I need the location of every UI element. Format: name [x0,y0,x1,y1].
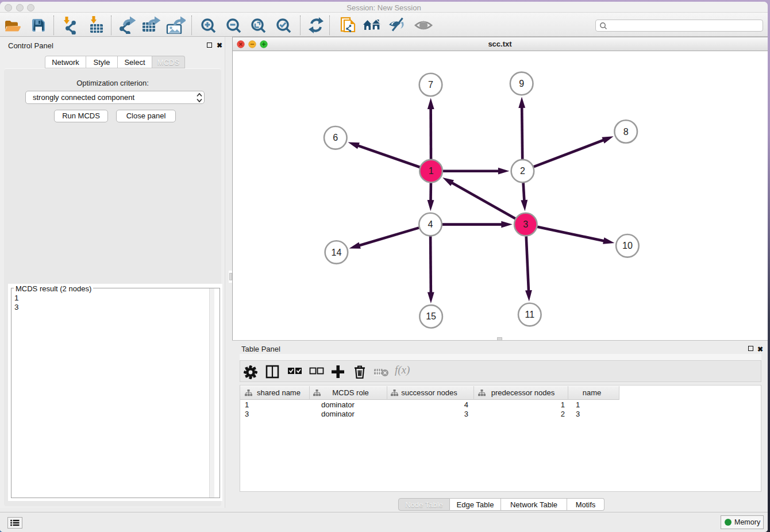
svg-text:2: 2 [520,166,525,176]
svg-text:7: 7 [428,80,433,90]
svg-text:10: 10 [622,241,633,250]
svg-text:11: 11 [525,310,534,319]
svg-text:9: 9 [519,79,524,88]
svg-text:8: 8 [623,127,629,137]
svg-text:6: 6 [333,133,338,142]
svg-text:1: 1 [429,166,434,176]
svg-text:15: 15 [426,311,436,321]
svg-text:14: 14 [332,248,342,257]
svg-text:3: 3 [523,219,528,229]
svg-text:4: 4 [428,219,433,229]
